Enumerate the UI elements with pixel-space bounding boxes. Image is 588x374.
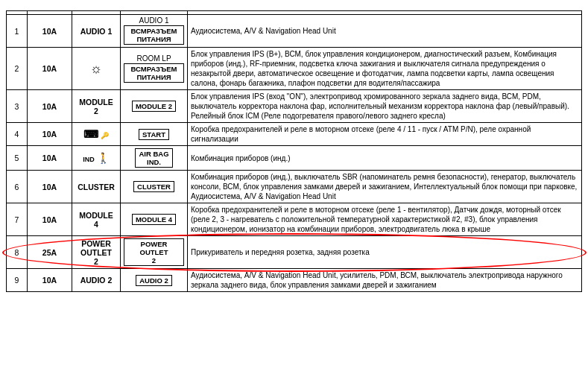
name-box: MODULE 4 (132, 214, 176, 225)
cell-symbol: POWER OUTLET2 (72, 236, 121, 269)
table-row: 2 10A ☼ ROOM LPВСМРАЗЪЕМ ПИТАНИЯ Блок уп… (7, 48, 582, 90)
cell-protected: Прикуриватель и передняя розетка, задняя… (188, 236, 582, 269)
table-row: 1 10A AUDIO 1 AUDIO 1ВСМРАЗЪЕМ ПИТАНИЯ А… (7, 15, 582, 48)
symbol-text: AUDIO 2 (80, 276, 113, 285)
cell-protected: Коробка предохранителей и реле в моторно… (188, 123, 582, 146)
key-icon: ⌨ (83, 128, 98, 140)
sun-icon: ☼ (90, 61, 103, 76)
symbol-text: MODULE2 (79, 98, 113, 115)
cell-no: 1 (7, 15, 28, 48)
name-top: ROOM LP (124, 54, 184, 63)
table-row: 6 10A CLUSTER CLUSTER Комбинация приборо… (7, 171, 582, 203)
cell-nominal: 10A (28, 146, 72, 171)
cell-no: 3 (7, 90, 28, 123)
table-row: 9 10A AUDIO 2 AUDIO 2 Аудиосистема, A/V … (7, 269, 582, 292)
cell-nominal: 10A (28, 171, 72, 203)
name-box: POWER OUTLET2 (124, 238, 184, 266)
cell-nominal: 10A (28, 123, 72, 146)
name-box: CLUSTER (133, 181, 174, 192)
name-box: START (139, 129, 169, 140)
cell-symbol: AUDIO 1 (72, 15, 121, 48)
cell-protected: Аудиосистема, A/V & Navigation Head Unit (188, 15, 582, 48)
cell-name: AUDIO 2 (121, 269, 188, 292)
cell-protected: Блок управления IPS (вход "ON"), электро… (188, 90, 582, 123)
cell-name: AIR BAGIND. (121, 146, 188, 171)
cell-nominal: 10A (28, 15, 72, 48)
symbol-text: CLUSTER (78, 183, 115, 191)
cell-nominal: 10A (28, 269, 72, 292)
cell-name: START (121, 123, 188, 146)
table-row: 5 10A IND 🚶 AIR BAGIND. Комбинация прибо… (7, 146, 582, 171)
cell-no: 5 (7, 146, 28, 171)
symbol-text: POWER OUTLET2 (80, 239, 112, 266)
name-box: MODULE 2 (132, 101, 176, 112)
key-label: 🔑 (101, 132, 109, 139)
cell-protected: Комбинация приборов (инд.) (188, 146, 582, 171)
cell-no: 9 (7, 269, 28, 292)
symbol-text: AUDIO 1 (80, 27, 113, 36)
cell-name: AUDIO 1ВСМРАЗЪЕМ ПИТАНИЯ (121, 15, 188, 48)
cell-nominal: 10A (28, 90, 72, 123)
cell-no: 2 (7, 48, 28, 90)
cell-nominal: 10A (28, 203, 72, 236)
cell-protected: Блок управления IPS (B+), ВСМ, блок упра… (188, 48, 582, 90)
cell-name: POWER OUTLET2 (121, 236, 188, 269)
cell-no: 8 (7, 236, 28, 269)
table-row: 7 10A MODULE4 MODULE 4 Коробка предохран… (7, 203, 582, 236)
cell-protected: Комбинация приборов (инд.), выключатель … (188, 171, 582, 203)
cell-symbol: MODULE4 (72, 203, 121, 236)
symbol-text: MODULE4 (79, 211, 113, 229)
cell-name: MODULE 4 (121, 203, 188, 236)
table-row: 3 10A MODULE2 MODULE 2 Блок управления I… (7, 90, 582, 123)
cell-no: 4 (7, 123, 28, 146)
name-box: AIR BAGIND. (135, 148, 172, 168)
name-top: AUDIO 1 (124, 16, 184, 25)
table-row-highlighted: 8 25A POWER OUTLET2 POWER OUTLET2 Прикур… (7, 236, 582, 269)
cell-symbol: ☼ (72, 48, 121, 90)
cell-symbol: MODULE2 (72, 90, 121, 123)
cell-symbol: AUDIO 2 (72, 269, 121, 292)
fuse-table: 1 10A AUDIO 1 AUDIO 1ВСМРАЗЪЕМ ПИТАНИЯ А… (6, 10, 582, 292)
cell-symbol: IND 🚶 (72, 146, 121, 171)
name-box: ВСМРАЗЪЕМ ПИТАНИЯ (124, 63, 184, 83)
cell-no: 6 (7, 171, 28, 203)
cell-name: MODULE 2 (121, 90, 188, 123)
cell-protected: Коробка предохранителей и реле в моторно… (188, 203, 582, 236)
cell-protected: Аудиосистема, A/V & Navigation Head Unit… (188, 269, 582, 292)
person-icon: 🚶 (97, 152, 110, 164)
cell-nominal: 10A (28, 48, 72, 90)
table-wrapper: 1 10A AUDIO 1 AUDIO 1ВСМРАЗЪЕМ ПИТАНИЯ А… (6, 10, 582, 292)
cell-symbol: ⌨ 🔑 (72, 123, 121, 146)
name-box: ВСМРАЗЪЕМ ПИТАНИЯ (124, 25, 184, 45)
cell-name: ROOM LPВСМРАЗЪЕМ ПИТАНИЯ (121, 48, 188, 90)
cell-name: CLUSTER (121, 171, 188, 203)
cell-no: 7 (7, 203, 28, 236)
name-box: AUDIO 2 (136, 275, 172, 286)
cell-symbol: CLUSTER (72, 171, 121, 203)
table-row: 4 10A ⌨ 🔑 START Коробка предохранителей … (7, 123, 582, 146)
ind-label: IND (83, 156, 95, 163)
cell-nominal: 25A (28, 236, 72, 269)
